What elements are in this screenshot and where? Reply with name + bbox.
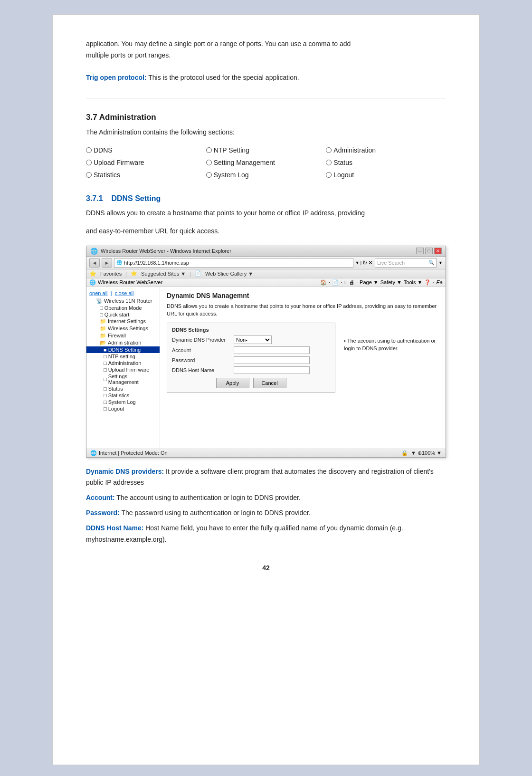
window-controls[interactable]: — □ ✕ bbox=[416, 248, 442, 254]
sidebar-item-ntp[interactable]: □ NTP setting bbox=[86, 353, 160, 360]
maximize-btn[interactable]: □ bbox=[425, 248, 433, 254]
intro-line2: multiple ports or port ranges. bbox=[86, 50, 446, 61]
items-grid: DDNS NTP Setting Administration Upload F… bbox=[86, 145, 446, 180]
hostname-field-label: DDNS Host Name: bbox=[86, 524, 143, 532]
password-field-text: The password using to authentication or … bbox=[121, 509, 310, 517]
address-text: http://192.168.1.1/home.asp bbox=[124, 260, 189, 266]
sidebar-item-firewall[interactable]: 📁 Firewall bbox=[86, 332, 160, 339]
account-row: Account bbox=[172, 346, 330, 354]
page-number: 42 bbox=[86, 564, 446, 572]
doc-icon2: □ bbox=[100, 312, 103, 317]
browser-window: 🌐 Wireless Router WebServer - Windows In… bbox=[86, 246, 446, 458]
apply-button[interactable]: Apply bbox=[216, 378, 249, 388]
search-placeholder: Live Search bbox=[377, 260, 405, 266]
password-field-label: Password: bbox=[86, 509, 120, 517]
section-37-title: Administration bbox=[99, 113, 156, 122]
browser-body: open all | close all 📡 Wireless 11N Rout… bbox=[86, 287, 446, 449]
sidebar-item-admin-sub[interactable]: □ Administration bbox=[86, 360, 160, 366]
section-37-heading: 3.7 Administration bbox=[86, 113, 446, 122]
stop-btn[interactable]: ✕ bbox=[368, 259, 373, 266]
radio-syslog bbox=[206, 172, 212, 178]
search-dropdown-arrow: ▼ bbox=[355, 260, 360, 265]
minimize-btn[interactable]: — bbox=[416, 248, 424, 254]
close-btn[interactable]: ✕ bbox=[434, 248, 442, 254]
section-371-desc2: and easy-to-remember URL for quick acces… bbox=[86, 226, 446, 237]
dns-providers-label: Dynamic DNS providers: bbox=[86, 468, 164, 475]
item-logout: Logout bbox=[326, 170, 446, 180]
item-ntp-label: NTP Setting bbox=[214, 146, 249, 154]
radio-ddns bbox=[86, 147, 92, 153]
form-layout: DDNS Settings Dynamic DNS Provider Non- … bbox=[167, 323, 439, 396]
form-section-title: DDNS Settings bbox=[172, 327, 330, 333]
browser-toolbar: ◄ ► 🌐 http://192.168.1.1/home.asp ▼ | ↻ … bbox=[86, 257, 446, 269]
form-note: ▪ The account using to authentication or… bbox=[344, 323, 439, 396]
zoom-level: ▼ ⊕100% ▼ bbox=[411, 450, 442, 456]
sidebar-item-administration[interactable]: 📂 Admin stration bbox=[86, 339, 160, 346]
selected-icon: ■ bbox=[104, 347, 107, 353]
doc-icon6: □ bbox=[104, 376, 107, 382]
item-setting-label: Setting Management bbox=[214, 159, 275, 166]
secondary-bar: 🌐 Wireless Router WebServer 🏠 · 📄 · □ 🖨 … bbox=[86, 278, 446, 287]
radio-status bbox=[326, 160, 332, 165]
close-all-link[interactable]: close all bbox=[115, 290, 134, 296]
sidebar-item-quick-start[interactable]: □ Quick start bbox=[86, 311, 160, 318]
item-syslog: System Log bbox=[206, 170, 326, 180]
folder-icon3: 📁 bbox=[100, 333, 106, 339]
item-admin-label: Administration bbox=[333, 146, 376, 154]
search-box[interactable]: Live Search 🔍 bbox=[375, 258, 437, 268]
web-slice-gallery[interactable]: Web Slice Gallery ▼ bbox=[205, 271, 253, 277]
sidebar-item-internet[interactable]: 📁 Internet Settings bbox=[86, 318, 160, 325]
sidebar-item-logout-sub[interactable]: □ Logout bbox=[86, 405, 160, 412]
password-input[interactable] bbox=[234, 356, 310, 364]
sidebar-item-ddns-selected[interactable]: ■ DDNS Setting bbox=[86, 346, 160, 353]
folder-icon4: 📂 bbox=[100, 340, 106, 346]
sidebar-item-syslog-sub[interactable]: □ System Log bbox=[86, 399, 160, 405]
intro-trig: Trig open protocol: This is the protocol… bbox=[86, 72, 446, 84]
item-status-label: Status bbox=[333, 159, 352, 166]
item-upload: Upload Firmware bbox=[86, 157, 206, 168]
section-371-desc1: DDNS allows you to create a hostname tha… bbox=[86, 208, 446, 219]
intro-line1: application. You may define a single por… bbox=[86, 38, 446, 50]
favorites-bar: ⭐ Favorites | ⭐ Suggested Sites ▼ | 📄 We… bbox=[86, 269, 446, 278]
folder-icon2: 📁 bbox=[100, 326, 106, 332]
browser-toolbar-icons: 🏠 · 📄 · □ 🖨 · Page ▼ Safety ▼ Tools ▼ ❓ … bbox=[320, 279, 443, 286]
sidebar-item-op-mode[interactable]: □ Operation Mode bbox=[86, 305, 160, 311]
desc-password: Password: The password using to authenti… bbox=[86, 508, 446, 519]
account-input[interactable] bbox=[234, 346, 310, 354]
cancel-button[interactable]: Cancel bbox=[253, 378, 286, 388]
divider1 bbox=[86, 98, 446, 98]
sidebar-item-status-sub[interactable]: □ Status bbox=[86, 385, 160, 392]
sidebar-item-router[interactable]: 📡 Wireless 11N Router bbox=[86, 297, 160, 305]
account-field-text: The account using to authentication or l… bbox=[116, 494, 301, 501]
provider-row: Dynamic DNS Provider Non- bbox=[172, 335, 330, 344]
hostname-label: DDNS Host Name bbox=[172, 367, 234, 373]
radio-stats bbox=[86, 172, 92, 178]
address-bar[interactable]: 🌐 http://192.168.1.1/home.asp bbox=[114, 258, 353, 268]
suggested-sites[interactable]: Suggested Sites ▼ bbox=[141, 271, 186, 277]
provider-select[interactable]: Non- bbox=[234, 335, 272, 344]
router-icon: 📡 bbox=[96, 298, 103, 304]
favorites-label[interactable]: Favorites bbox=[100, 271, 122, 277]
item-logout-label: Logout bbox=[333, 171, 354, 179]
browser-title: Wireless Router WebServer - Windows Inte… bbox=[101, 248, 231, 254]
sidebar-item-upload[interactable]: □ Upload Firm ware bbox=[86, 366, 160, 373]
item-ddns-label: DDNS bbox=[94, 146, 113, 154]
sidebar-item-settings-mgmt[interactable]: □ Sett ngs Management bbox=[86, 373, 160, 385]
status-left: 🌐 Internet | Protected Mode: On bbox=[90, 450, 168, 456]
sidebar-item-statistics-sub[interactable]: □ Stat stics bbox=[86, 392, 160, 399]
item-status: Status bbox=[326, 157, 446, 168]
status-text: Internet | Protected Mode: On bbox=[99, 450, 168, 456]
hostname-input[interactable] bbox=[234, 366, 310, 374]
section-371-title: DDNS Setting bbox=[111, 194, 161, 202]
refresh-btn[interactable]: ↻ bbox=[362, 259, 367, 266]
item-syslog-label: System Log bbox=[214, 171, 249, 179]
back-btn[interactable]: ◄ bbox=[89, 258, 100, 268]
trig-label: Trig open protocol: bbox=[86, 74, 147, 81]
item-admin: Administration bbox=[326, 145, 446, 155]
main-desc: DDNS allows you to create a hostname tha… bbox=[167, 302, 439, 318]
sidebar-item-wireless[interactable]: 📁 Wireless Settings bbox=[86, 325, 160, 332]
forward-btn[interactable]: ► bbox=[102, 258, 112, 268]
open-all-link[interactable]: open all bbox=[89, 290, 108, 296]
radio-logout bbox=[326, 172, 332, 178]
item-ddns: DDNS bbox=[86, 145, 206, 155]
